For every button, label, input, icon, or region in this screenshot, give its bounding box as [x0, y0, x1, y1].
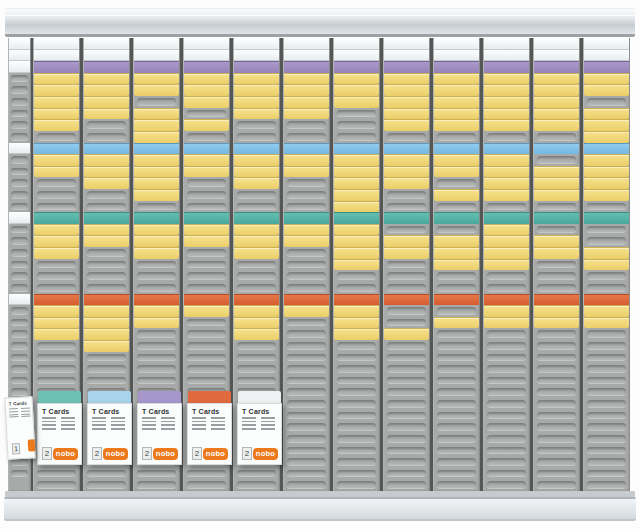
t-card-yellow[interactable]: [84, 235, 129, 247]
t-card-yellow[interactable]: [284, 73, 329, 85]
t-card-yellow[interactable]: [434, 84, 479, 96]
t-card-yellow[interactable]: [484, 96, 529, 108]
t-card-yellow[interactable]: [34, 328, 79, 340]
t-card-yellow[interactable]: [34, 154, 79, 166]
t-card-yellow[interactable]: [134, 177, 179, 189]
index-card[interactable]: [34, 38, 79, 50]
t-card-yellow[interactable]: [84, 84, 129, 96]
t-card-yellow[interactable]: [184, 166, 229, 178]
t-card-yellow[interactable]: [34, 73, 79, 85]
t-card-yellow[interactable]: [384, 73, 429, 85]
band-card-blue[interactable]: [484, 143, 529, 155]
index-card[interactable]: [534, 50, 579, 62]
t-card-yellow[interactable]: [384, 96, 429, 108]
index-card[interactable]: [534, 38, 579, 50]
t-card-yellow[interactable]: [284, 108, 329, 120]
index-card[interactable]: [9, 61, 30, 73]
t-card-yellow[interactable]: [84, 317, 129, 329]
t-card-yellow[interactable]: [34, 305, 79, 317]
t-card-yellow[interactable]: [134, 305, 179, 317]
band-card-blue[interactable]: [334, 143, 379, 155]
band-card-teal[interactable]: [484, 212, 529, 224]
t-card-yellow[interactable]: [134, 131, 179, 143]
t-card-yellow[interactable]: [284, 96, 329, 108]
t-card-yellow[interactable]: [134, 166, 179, 178]
band-card-orange[interactable]: [584, 294, 629, 306]
band-card-purple[interactable]: [534, 61, 579, 73]
t-card-pack[interactable]: T Cards2nobo: [237, 391, 282, 465]
band-card-blue[interactable]: [384, 143, 429, 155]
t-card-yellow[interactable]: [184, 305, 229, 317]
t-card-yellow[interactable]: [584, 247, 629, 259]
index-card[interactable]: [334, 38, 379, 50]
t-card-yellow[interactable]: [34, 224, 79, 236]
t-card-yellow[interactable]: [584, 177, 629, 189]
band-card-orange[interactable]: [434, 294, 479, 306]
index-card-pack[interactable]: T Cards1: [4, 396, 35, 459]
index-card[interactable]: [584, 38, 629, 50]
t-card-yellow[interactable]: [134, 247, 179, 259]
index-card[interactable]: [9, 212, 30, 224]
band-card-teal[interactable]: [384, 212, 429, 224]
band-card-orange[interactable]: [534, 294, 579, 306]
t-card-yellow[interactable]: [234, 305, 279, 317]
index-card[interactable]: [9, 50, 30, 62]
index-card[interactable]: [384, 50, 429, 62]
index-card[interactable]: [34, 50, 79, 62]
index-card[interactable]: [84, 50, 129, 62]
band-card-orange[interactable]: [84, 294, 129, 306]
t-card-yellow[interactable]: [434, 166, 479, 178]
band-card-teal[interactable]: [34, 212, 79, 224]
band-card-purple[interactable]: [134, 61, 179, 73]
t-card-yellow[interactable]: [34, 84, 79, 96]
t-card-yellow[interactable]: [484, 154, 529, 166]
t-card-yellow[interactable]: [284, 305, 329, 317]
band-card-blue[interactable]: [134, 143, 179, 155]
t-card-pack[interactable]: T Cards2nobo: [137, 391, 182, 465]
t-card-yellow[interactable]: [184, 73, 229, 85]
t-card-yellow[interactable]: [534, 84, 579, 96]
t-card-yellow[interactable]: [84, 177, 129, 189]
index-card[interactable]: [434, 38, 479, 50]
t-card-yellow[interactable]: [184, 84, 229, 96]
t-card-yellow[interactable]: [334, 154, 379, 166]
band-card-purple[interactable]: [334, 61, 379, 73]
index-card[interactable]: [134, 50, 179, 62]
t-card-yellow[interactable]: [384, 154, 429, 166]
t-card-yellow[interactable]: [134, 154, 179, 166]
t-card-yellow[interactable]: [434, 73, 479, 85]
t-card-yellow[interactable]: [284, 235, 329, 247]
t-card-yellow[interactable]: [84, 224, 129, 236]
t-card-yellow[interactable]: [484, 166, 529, 178]
t-card-pack[interactable]: T Cards2nobo: [187, 391, 232, 465]
band-card-teal[interactable]: [84, 212, 129, 224]
t-card-yellow[interactable]: [334, 235, 379, 247]
t-card-yellow[interactable]: [534, 108, 579, 120]
t-card-yellow[interactable]: [34, 235, 79, 247]
t-card-yellow[interactable]: [434, 189, 479, 201]
band-card-teal[interactable]: [584, 212, 629, 224]
band-card-blue[interactable]: [184, 143, 229, 155]
t-card-yellow[interactable]: [284, 224, 329, 236]
index-card[interactable]: [384, 38, 429, 50]
t-card-pack[interactable]: T Cards2nobo: [37, 391, 82, 465]
t-card-yellow[interactable]: [234, 154, 279, 166]
t-card-yellow[interactable]: [34, 166, 79, 178]
t-card-yellow[interactable]: [484, 317, 529, 329]
index-card[interactable]: [434, 50, 479, 62]
t-card-yellow[interactable]: [534, 317, 579, 329]
index-card[interactable]: [9, 38, 30, 50]
t-card-yellow[interactable]: [584, 305, 629, 317]
t-card-yellow[interactable]: [484, 108, 529, 120]
t-card-yellow[interactable]: [334, 317, 379, 329]
band-card-blue[interactable]: [234, 143, 279, 155]
band-card-orange[interactable]: [334, 294, 379, 306]
band-card-orange[interactable]: [34, 294, 79, 306]
t-card-yellow[interactable]: [484, 224, 529, 236]
t-card-yellow[interactable]: [34, 247, 79, 259]
t-card-yellow[interactable]: [284, 84, 329, 96]
t-card-yellow[interactable]: [384, 84, 429, 96]
band-card-blue[interactable]: [284, 143, 329, 155]
index-card[interactable]: [84, 38, 129, 50]
index-card[interactable]: [484, 38, 529, 50]
